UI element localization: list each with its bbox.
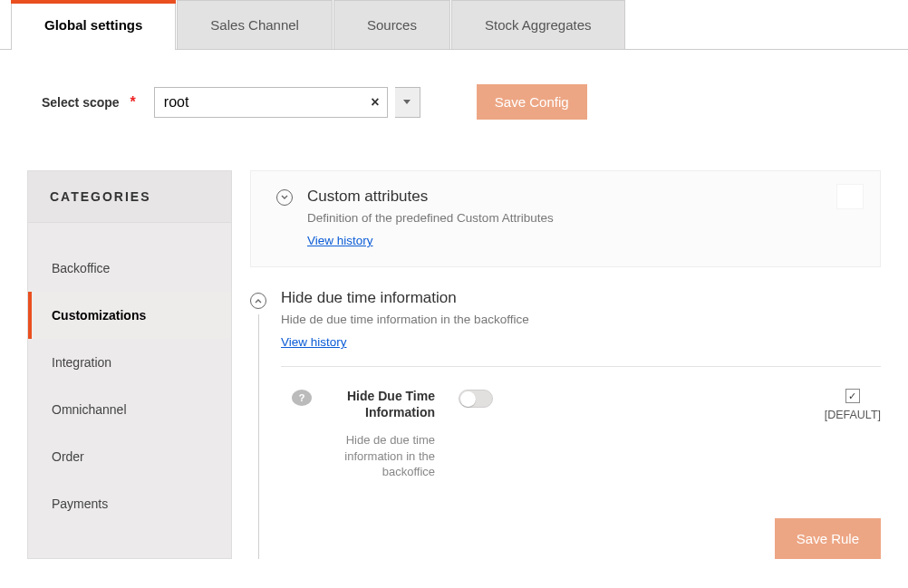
scope-row: Select scope * × Save Config: [0, 50, 908, 130]
tab-bar: Global settings Sales Channel Sources St…: [0, 0, 908, 50]
card-action-placeholder: [836, 184, 864, 209]
save-rule-button[interactable]: Save Rule: [775, 518, 881, 559]
view-history-link[interactable]: View history: [281, 335, 347, 349]
sidebar-item-backoffice[interactable]: Backoffice: [28, 245, 231, 292]
card-custom-attributes: Custom attributes Definition of the pred…: [250, 170, 881, 267]
section-title: Hide due time information: [281, 289, 881, 307]
save-config-button[interactable]: Save Config: [477, 84, 587, 120]
section-desc: Hide de due time information in the back…: [281, 313, 881, 326]
tab-global-settings[interactable]: Global settings: [11, 1, 176, 50]
card-desc: Definition of the predefined Custom Attr…: [307, 211, 855, 225]
tab-stock-aggregates[interactable]: Stock Aggregates: [451, 0, 625, 49]
scope-label: Select scope: [42, 95, 120, 110]
sidebar-item-omnichannel[interactable]: Omnichannel: [28, 386, 231, 433]
chevron-up-icon[interactable]: [250, 293, 266, 309]
caret-down-icon: [403, 100, 411, 104]
categories-sidebar: CATEGORIES Backoffice Customizations Int…: [27, 170, 232, 559]
timeline-line: [258, 314, 259, 559]
default-checkbox[interactable]: ✓: [845, 389, 860, 403]
field-label: Hide Due Time Information: [324, 389, 435, 420]
toggle-hide-due-time[interactable]: [459, 390, 493, 408]
scope-dropdown-button[interactable]: [395, 87, 420, 118]
sidebar-item-customizations[interactable]: Customizations: [28, 292, 231, 339]
tab-sources[interactable]: Sources: [333, 0, 450, 49]
view-history-link[interactable]: View history: [307, 234, 373, 247]
section-hide-due-time: Hide due time information Hide de due ti…: [250, 289, 881, 559]
field-help-text: Hide de due time information in the back…: [324, 432, 435, 480]
card-title: Custom attributes: [307, 188, 855, 206]
sidebar-item-integration[interactable]: Integration: [28, 339, 231, 386]
required-asterisk: *: [130, 94, 136, 111]
chevron-down-icon[interactable]: [276, 189, 293, 206]
scope-select[interactable]: ×: [154, 87, 388, 118]
sidebar-heading: CATEGORIES: [28, 171, 231, 223]
default-label: [DEFAULT]: [825, 409, 881, 421]
scope-input[interactable]: [155, 88, 363, 117]
sidebar-item-payments[interactable]: Payments: [28, 480, 231, 527]
clear-icon[interactable]: ×: [363, 94, 387, 111]
help-icon[interactable]: ?: [292, 390, 312, 406]
tab-sales-channel[interactable]: Sales Channel: [177, 0, 333, 49]
sidebar-item-order[interactable]: Order: [28, 433, 231, 480]
